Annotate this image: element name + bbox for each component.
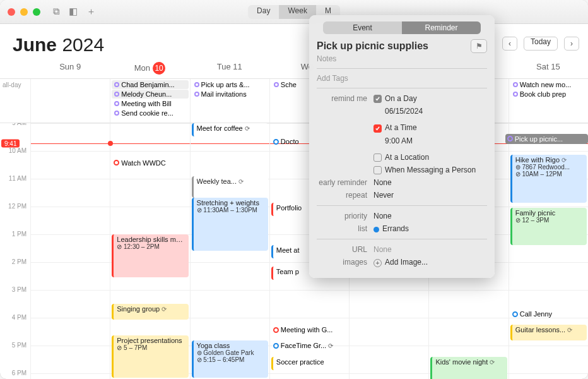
at-a-time-checkbox[interactable] [373, 124, 382, 133]
inbox-icon[interactable]: ◧ [69, 6, 78, 18]
calendar-event[interactable]: Guitar lessons... ⟳ [510, 325, 587, 340]
priority-value[interactable]: None [373, 212, 487, 220]
repeat-value[interactable]: Never [373, 191, 487, 200]
day-header: Sun 9 [30, 58, 110, 78]
allday-event[interactable]: Pick up arts &... [192, 80, 268, 89]
remind-time[interactable]: 9:00 AM [373, 136, 487, 145]
event-detail: ⊚ 7867 Redwood... [515, 164, 584, 171]
event-title: Project presentations [117, 337, 185, 344]
window-controls [8, 8, 40, 16]
allday-event[interactable]: Watch new mo... [510, 80, 587, 89]
event-title: Family picnic [515, 209, 584, 217]
prev-week-button[interactable]: ‹ [502, 37, 517, 51]
reminder-title: Docto [281, 138, 299, 145]
list-value[interactable]: Errands [373, 224, 487, 233]
now-dot-icon [108, 141, 113, 146]
on-a-day-label: On a Day [385, 94, 417, 103]
recurring-icon: ⟳ [162, 306, 167, 313]
next-week-button[interactable]: › [564, 37, 579, 51]
day-col-sun[interactable] [30, 123, 110, 379]
allday-event[interactable]: Chad Benjamin... [112, 80, 188, 89]
flag-button[interactable]: ⚑ [471, 39, 487, 53]
event-dot-icon [194, 82, 199, 87]
event-title: Kids' movie night ⟳ [435, 358, 503, 366]
when-messaging-label: When Messaging a Person [385, 165, 476, 174]
early-reminder-value[interactable]: None [373, 178, 487, 187]
minimize-window-icon[interactable] [20, 8, 28, 16]
reminder-item[interactable]: Watch WWDC [112, 158, 188, 168]
when-messaging-checkbox[interactable] [373, 166, 382, 174]
allday-event[interactable]: Mail invitations [192, 90, 268, 99]
event-dot-icon [114, 92, 119, 97]
event-title: Pick up arts &... [201, 81, 250, 88]
recurring-icon: ⟳ [490, 359, 495, 366]
day-col-mon[interactable]: Watch WWDCLeadership skills meeting⊘ 12:… [110, 123, 189, 379]
reminder-dot-icon [512, 311, 518, 317]
allday-event[interactable]: Melody Cheun... [112, 90, 188, 99]
notes-field[interactable]: Notes [317, 53, 487, 64]
day-col-tue[interactable]: Meet for coffee ⟳Weekly tea... ⟳Stretchi… [190, 123, 269, 379]
tab-reminder[interactable]: Reminder [402, 21, 481, 34]
reminder-title: Meeting with G... [281, 326, 333, 334]
event-detail: ⊚ Golden Gate Park [197, 349, 265, 356]
event-title: Book club prep [520, 90, 566, 98]
reminder-item[interactable]: Pick up picnic... [505, 134, 588, 144]
hour-label: 1 PM [0, 231, 30, 258]
reminder-title[interactable]: Pick up picnic supplies [317, 40, 466, 52]
at-a-time-label: At a Time [385, 123, 417, 132]
event-title: Weekly tea... ⟳ [197, 177, 265, 185]
reminder-item[interactable]: FaceTime Gr...⟳ [271, 340, 348, 351]
calendar-event[interactable]: Project presentations⊘ 5 – 7PM [112, 335, 188, 378]
reminder-item[interactable]: Meeting with G... [271, 325, 348, 335]
calendar-event[interactable]: Yoga class⊚ Golden Gate Park⊘ 5:15 – 6:4… [192, 340, 268, 378]
url-label: URL [317, 245, 373, 254]
remind-date[interactable]: 06/15/2024 [373, 107, 487, 116]
recurring-icon: ⟳ [238, 178, 244, 185]
close-window-icon[interactable] [8, 8, 15, 16]
calendar-event[interactable]: Kids' movie night ⟳ [430, 357, 507, 379]
calendar-event[interactable]: Leadership skills meeting⊘ 12:30 – 2PM [112, 234, 188, 277]
hour-label: 6 PM [0, 370, 30, 379]
calendar-event[interactable]: Soccer practice [271, 357, 348, 370]
calendar-event[interactable]: Weekly tea... ⟳ [192, 176, 268, 198]
zoom-window-icon[interactable] [33, 8, 40, 16]
view-day[interactable]: Day [248, 5, 279, 19]
add-image-button[interactable]: +Add Image... [373, 258, 487, 267]
at-location-checkbox[interactable] [373, 153, 382, 162]
reminder-item[interactable]: Call Jenny [510, 309, 587, 319]
day-col-sat[interactable]: Pick up picnic...Hike with Rigo ⟳⊚ 7867 … [509, 123, 588, 379]
event-title: Mail invitations [201, 90, 247, 98]
calendar-event[interactable]: Stretching + weights⊘ 11:30AM – 1:30PM [192, 198, 268, 251]
hour-label: 10 AM [0, 147, 30, 175]
allday-event[interactable]: Book club prep [510, 90, 587, 99]
calendar-event[interactable]: Family picnic⊘ 12 – 3PM [510, 208, 587, 245]
day-header: Tue 11 [190, 58, 269, 78]
now-indicator-time: 9:41 [1, 139, 20, 147]
reminder-dot-icon [273, 327, 279, 333]
allday-event[interactable]: Send cookie re... [112, 109, 188, 117]
on-a-day-checkbox[interactable] [373, 95, 382, 103]
list-label: list [317, 224, 373, 233]
calendar-event[interactable]: Singing group ⟳ [112, 304, 188, 320]
calendar-event[interactable]: Hike with Rigo ⟳⊚ 7867 Redwood...⊘ 10AM … [510, 155, 587, 203]
today-button[interactable]: Today [524, 37, 558, 51]
event-title: Melody Cheun... [121, 90, 172, 98]
event-title: Stretching + weights [197, 199, 265, 207]
tab-event[interactable]: Event [323, 21, 402, 34]
remind-me-label: remind me [317, 94, 373, 103]
allday-event[interactable]: Meeting with Bill [112, 99, 188, 108]
calendar-event[interactable]: Meet for coffee ⟳ [192, 123, 268, 136]
flag-icon: ⚑ [476, 42, 483, 51]
repeat-label: repeat [317, 191, 373, 200]
reminder-title: FaceTime Gr... [281, 342, 326, 349]
day-header-row: Sun 9 Mon10 Tue 11 Wed Sat 15 [0, 58, 588, 79]
day-header: Mon10 [110, 58, 189, 78]
sidebar-toggle-icon[interactable]: ⧉ [53, 6, 60, 18]
url-value[interactable]: None [373, 245, 487, 254]
add-tags-field[interactable]: Add Tags [317, 73, 487, 84]
recurring-icon: ⟳ [328, 342, 333, 349]
titlebar: ⧉ ◧ ＋ Day Week M [0, 0, 588, 24]
event-title: Chad Benjamin... [121, 81, 174, 88]
event-title: Yoga class [197, 342, 265, 349]
add-event-icon[interactable]: ＋ [86, 6, 96, 18]
